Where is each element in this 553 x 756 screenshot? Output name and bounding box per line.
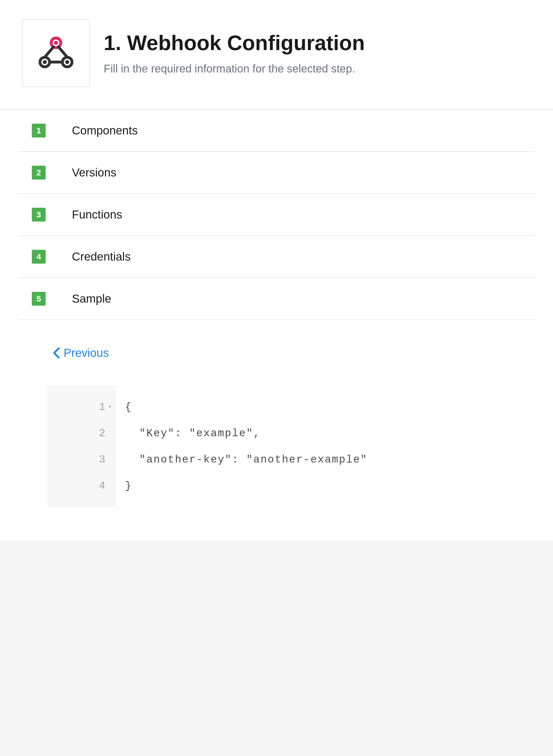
step-label: Versions [72, 166, 116, 179]
code-line: "Key": "example", [125, 420, 368, 446]
step-item-components[interactable]: 1 Components [18, 110, 535, 152]
webhook-icon-box [22, 19, 90, 87]
step-item-sample[interactable]: 5 Sample [18, 278, 535, 320]
steps-list: 1 Components 2 Versions 3 Functions 4 Cr… [0, 110, 553, 320]
step-badge: 4 [32, 250, 46, 263]
svg-point-5 [65, 60, 69, 64]
step-item-credentials[interactable]: 4 Credentials [18, 236, 535, 278]
code-editor[interactable]: 1 ▾ 2 ▾ 3 ▾ 4 ▾ { "Key": "example", [47, 386, 506, 507]
code-line: } [125, 473, 368, 499]
gutter-line: 3 ▾ [56, 446, 112, 473]
line-number: 3 [99, 446, 105, 473]
step-item-versions[interactable]: 2 Versions [18, 152, 535, 194]
code-line: { [125, 394, 368, 420]
line-number: 1 [99, 394, 105, 420]
fold-marker-icon[interactable]: ▾ [108, 399, 112, 414]
step-item-functions[interactable]: 3 Functions [18, 194, 535, 236]
gutter-line: 1 ▾ [56, 394, 112, 420]
config-panel: 1. Webhook Configuration Fill in the req… [0, 0, 553, 540]
step-label: Components [72, 124, 138, 137]
step-badge: 5 [32, 292, 46, 306]
svg-point-3 [43, 60, 47, 64]
code-section: 1 ▾ 2 ▾ 3 ▾ 4 ▾ { "Key": "example", [0, 375, 553, 540]
code-gutter: 1 ▾ 2 ▾ 3 ▾ 4 ▾ [47, 386, 116, 507]
step-badge: 1 [32, 124, 46, 138]
step-label: Functions [72, 208, 122, 221]
previous-label: Previous [64, 346, 109, 360]
previous-button[interactable]: Previous [53, 346, 109, 360]
chevron-left-icon [53, 347, 60, 359]
step-badge: 2 [32, 166, 46, 179]
gutter-line: 4 ▾ [56, 473, 112, 499]
step-label: Credentials [72, 250, 131, 263]
nav-section: Previous [0, 320, 553, 375]
header-section: 1. Webhook Configuration Fill in the req… [0, 0, 553, 110]
page-subtitle: Fill in the required information for the… [104, 61, 531, 76]
svg-point-1 [54, 41, 58, 45]
code-line: "another-key": "another-example" [125, 446, 368, 473]
gutter-line: 2 ▾ [56, 420, 112, 446]
line-number: 2 [99, 420, 105, 446]
page-title: 1. Webhook Configuration [104, 30, 531, 55]
step-label: Sample [72, 292, 111, 305]
webhook-icon [36, 33, 76, 73]
code-body[interactable]: { "Key": "example", "another-key": "anot… [116, 386, 376, 507]
step-badge: 3 [32, 208, 46, 222]
header-text: 1. Webhook Configuration Fill in the req… [104, 30, 531, 76]
line-number: 4 [99, 473, 105, 499]
